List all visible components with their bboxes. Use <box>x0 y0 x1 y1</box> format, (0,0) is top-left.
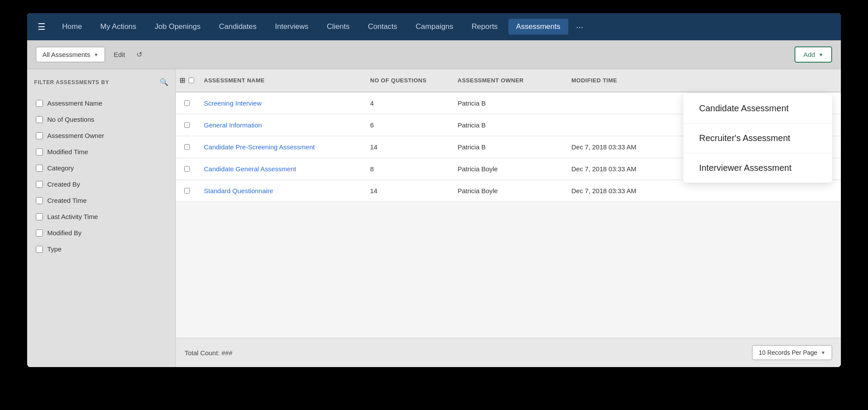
row-select-checkbox-1[interactable] <box>184 122 190 128</box>
row-checkbox-1[interactable] <box>176 115 198 135</box>
refresh-button[interactable]: ↺ <box>134 48 145 61</box>
filter-checkbox-type[interactable] <box>36 246 43 253</box>
col-header-assessment-owner: ASSESSMENT OWNER <box>452 69 565 92</box>
filter-item-category[interactable]: Category <box>34 160 168 176</box>
row-select-checkbox-4[interactable] <box>184 188 190 194</box>
chevron-down-icon: ▼ <box>94 52 98 57</box>
hamburger-menu[interactable]: ☰ <box>34 18 49 35</box>
view-selector[interactable]: All Assessments ▼ <box>36 47 105 62</box>
row-owner-4: Patricia Boyle <box>452 180 565 201</box>
nav-item-clients[interactable]: Clients <box>319 19 357 35</box>
row-checkbox-0[interactable] <box>176 93 198 113</box>
filter-item-created-time[interactable]: Created Time <box>34 192 168 209</box>
view-selector-label: All Assessments <box>42 51 90 58</box>
add-dropdown-menu: Candidate Assessment Recruiter's Assessm… <box>683 94 832 183</box>
row-modified-2: Dec 7, 2018 03:33 AM <box>565 136 679 158</box>
table-row: Standard Questionnaire 14 Patricia Boyle… <box>176 180 841 202</box>
filter-checkbox-created-by[interactable] <box>36 181 43 188</box>
add-option-recruiters-assessment[interactable]: Recruiter's Assessment <box>683 124 832 153</box>
row-checkbox-3[interactable] <box>176 159 198 179</box>
row-modified-1 <box>565 118 679 132</box>
filter-label-assessment-name[interactable]: Assessment Name <box>47 99 102 107</box>
records-per-page-label: 10 Records Per Page <box>759 349 817 356</box>
add-button-label: Add <box>803 51 815 58</box>
total-count: Total Count: ### <box>185 349 232 357</box>
filter-item-created-by[interactable]: Created By <box>34 176 168 192</box>
nav-item-job-openings[interactable]: Job Openings <box>147 19 209 35</box>
filter-label-modified-time[interactable]: Modified Time <box>47 148 88 156</box>
row-owner-3: Patricia Boyle <box>452 158 565 180</box>
nav-item-my-actions[interactable]: My Actions <box>92 19 144 35</box>
row-checkbox-2[interactable] <box>176 137 198 157</box>
filter-checkbox-category[interactable] <box>36 165 43 172</box>
select-all-checkbox[interactable] <box>189 78 194 83</box>
col-header-no-of-questions: NO OF QUESTIONS <box>364 69 452 92</box>
row-modified-3: Dec 7, 2018 03:33 AM <box>565 158 679 180</box>
filter-item-modified-time[interactable]: Modified Time <box>34 144 168 160</box>
edit-button[interactable]: Edit <box>110 48 129 61</box>
filter-label-no-of-questions[interactable]: No of Questions <box>47 116 94 123</box>
filter-checkbox-assessment-owner[interactable] <box>36 132 43 139</box>
filter-item-assessment-name[interactable]: Assessment Name <box>34 95 168 111</box>
filter-label-last-activity-time[interactable]: Last Activity Time <box>47 213 98 220</box>
add-option-candidate-assessment[interactable]: Candidate Assessment <box>683 94 832 124</box>
filter-item-last-activity-time[interactable]: Last Activity Time <box>34 209 168 225</box>
row-name-0[interactable]: Screening Interview <box>198 92 364 114</box>
add-option-interviewer-assessment[interactable]: Interviewer Assessment <box>683 153 832 183</box>
nav-item-campaigns[interactable]: Campaigns <box>408 19 461 35</box>
nav-more-button[interactable]: ··· <box>571 18 589 35</box>
add-chevron-icon: ▼ <box>819 52 823 57</box>
filter-label-assessment-owner[interactable]: Assessment Owner <box>47 132 104 139</box>
filter-checkbox-modified-by[interactable] <box>36 230 43 237</box>
table-header-select-all[interactable]: ⊞ <box>176 69 198 92</box>
filter-item-no-of-questions[interactable]: No of Questions <box>34 111 168 127</box>
nav-item-home[interactable]: Home <box>54 19 90 35</box>
nav-item-candidates[interactable]: Candidates <box>211 19 264 35</box>
filter-checkbox-last-activity-time[interactable] <box>36 213 43 220</box>
filter-label-modified-by[interactable]: Modified By <box>47 229 81 237</box>
filter-item-modified-by[interactable]: Modified By <box>34 225 168 241</box>
row-select-checkbox-0[interactable] <box>184 100 190 106</box>
filter-search-icon[interactable]: 🔍 <box>160 78 168 86</box>
row-name-4[interactable]: Standard Questionnaire <box>198 180 364 201</box>
filter-checkbox-modified-time[interactable] <box>36 148 43 156</box>
main-content: FILTER ASSESSMENTS BY 🔍 Assessment Name … <box>27 69 841 367</box>
filter-label-created-by[interactable]: Created By <box>47 180 80 188</box>
row-name-2[interactable]: Candidate Pre-Screening Assessment <box>198 136 364 158</box>
filter-label: FILTER ASSESSMENTS BY <box>34 79 109 85</box>
row-questions-4: 14 <box>364 180 452 201</box>
filter-item-type[interactable]: Type <box>34 241 168 257</box>
row-name-3[interactable]: Candidate General Assessment <box>198 158 364 180</box>
filter-label-category[interactable]: Category <box>47 164 74 172</box>
nav-item-assessments[interactable]: Assessments <box>508 19 568 35</box>
row-modified-4: Dec 7, 2018 03:33 AM <box>565 180 679 201</box>
row-owner-2: Patricia B <box>452 136 565 158</box>
table-footer: Total Count: ### 10 Records Per Page ▼ <box>176 338 841 367</box>
col-header-assessment-name: ASSESSMENT NAME <box>198 69 364 92</box>
row-owner-0: Patricia B <box>452 92 565 114</box>
row-name-1[interactable]: General Information <box>198 114 364 136</box>
filter-label-type[interactable]: Type <box>47 245 62 253</box>
filter-sidebar: FILTER ASSESSMENTS BY 🔍 Assessment Name … <box>27 69 176 367</box>
records-per-page-selector[interactable]: 10 Records Per Page ▼ <box>752 345 832 360</box>
row-owner-1: Patricia B <box>452 114 565 136</box>
nav-item-contacts[interactable]: Contacts <box>360 19 405 35</box>
nav-item-interviews[interactable]: Interviews <box>267 19 316 35</box>
col-header-modified-time: MODIFIED TIME <box>565 69 679 92</box>
filter-label-created-time[interactable]: Created Time <box>47 197 87 204</box>
row-questions-1: 6 <box>364 114 452 136</box>
filter-item-assessment-owner[interactable]: Assessment Owner <box>34 127 168 144</box>
row-questions-0: 4 <box>364 92 452 114</box>
row-select-checkbox-2[interactable] <box>184 144 190 150</box>
filter-checkbox-assessment-name[interactable] <box>36 100 43 107</box>
row-select-checkbox-3[interactable] <box>184 166 190 172</box>
add-button[interactable]: Add ▼ <box>794 46 832 63</box>
filter-checkbox-no-of-questions[interactable] <box>36 116 43 123</box>
nav-item-reports[interactable]: Reports <box>464 19 506 35</box>
filter-header: FILTER ASSESSMENTS BY 🔍 <box>34 78 168 86</box>
table-header: ⊞ ASSESSMENT NAME NO OF QUESTIONS ASSESS… <box>176 69 841 92</box>
filter-checkbox-created-time[interactable] <box>36 197 43 204</box>
columns-icon[interactable]: ⊞ <box>179 76 186 85</box>
row-questions-3: 8 <box>364 158 452 180</box>
row-checkbox-4[interactable] <box>176 181 198 201</box>
